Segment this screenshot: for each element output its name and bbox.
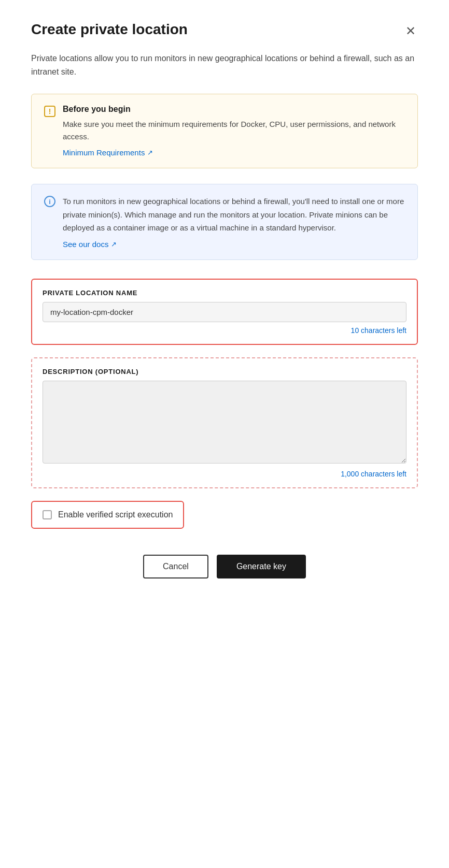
- modal-header: Create private location ✕: [31, 21, 418, 39]
- warning-box: ! Before you begin Make sure you meet th…: [31, 94, 418, 168]
- desc-field-label: DESCRIPTION (OPTIONAL): [43, 368, 406, 375]
- name-field-wrapper: PRIVATE LOCATION NAME 10 characters left: [31, 279, 418, 345]
- verified-script-label[interactable]: Enable verified script execution: [58, 510, 173, 519]
- external-link-icon: ↗︎: [147, 149, 153, 156]
- desc-field-wrapper: DESCRIPTION (OPTIONAL) 1,000 characters …: [31, 357, 418, 488]
- generate-key-button[interactable]: Generate key: [217, 555, 306, 578]
- modal-container: Create private location ✕ Private locati…: [0, 0, 449, 868]
- name-field-label: PRIVATE LOCATION NAME: [43, 289, 406, 297]
- cancel-button[interactable]: Cancel: [143, 555, 208, 578]
- info-text: To run monitors in new geographical loca…: [63, 195, 405, 235]
- warning-content: Before you begin Make sure you meet the …: [63, 105, 405, 157]
- checkbox-wrapper: Enable verified script execution: [31, 501, 184, 529]
- minimum-requirements-link[interactable]: Minimum Requirements ↗︎: [63, 148, 153, 157]
- see-docs-link[interactable]: See our docs ↗︎: [63, 240, 117, 249]
- warning-icon: !: [44, 106, 55, 117]
- desc-char-count: 1,000 characters left: [43, 470, 406, 478]
- modal-title: Create private location: [31, 21, 188, 38]
- desc-textarea[interactable]: [43, 381, 406, 464]
- name-input[interactable]: [43, 302, 406, 322]
- modal-description: Private locations allow you to run monit…: [31, 52, 418, 78]
- close-button[interactable]: ✕: [403, 23, 418, 39]
- external-link-icon-2: ↗︎: [111, 240, 117, 248]
- info-content: To run monitors in new geographical loca…: [63, 195, 405, 249]
- name-char-count: 10 characters left: [43, 326, 406, 335]
- info-icon: i: [44, 196, 55, 207]
- footer-buttons: Cancel Generate key: [31, 549, 418, 578]
- info-box: i To run monitors in new geographical lo…: [31, 184, 418, 260]
- warning-text: Make sure you meet the minimum requireme…: [63, 118, 405, 143]
- verified-script-checkbox[interactable]: [43, 510, 52, 519]
- warning-title: Before you begin: [63, 105, 405, 114]
